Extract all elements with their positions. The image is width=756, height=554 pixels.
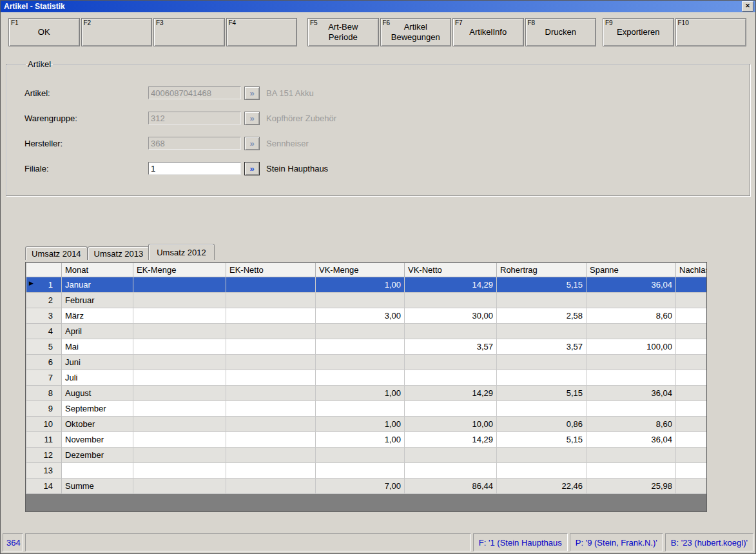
value-cell[interactable] [226,355,316,370]
value-cell[interactable]: 3,57 [405,339,497,355]
value-cell[interactable] [405,293,497,308]
value-cell[interactable] [316,448,405,463]
value-cell[interactable] [497,448,586,463]
value-cell[interactable] [405,401,497,417]
row-number-cell[interactable]: 8 [26,386,62,401]
value-cell[interactable] [316,370,405,386]
artikel-lookup-button[interactable]: » [244,86,260,100]
value-cell[interactable]: 1,00 [316,386,405,401]
row-number-cell[interactable]: ▶1 [26,277,62,293]
month-cell[interactable]: März [62,308,133,324]
value-cell[interactable] [676,355,708,370]
table-row[interactable]: 9September [26,401,708,417]
value-cell[interactable] [133,401,226,417]
row-number-cell[interactable]: 5 [26,339,62,355]
month-cell[interactable]: Mai [62,339,133,355]
row-number-cell[interactable]: 4 [26,324,62,339]
value-cell[interactable] [226,324,316,339]
value-cell[interactable] [497,355,586,370]
value-cell[interactable]: 14,29 [405,277,497,293]
row-number-cell[interactable]: 2 [26,293,62,308]
table-row[interactable]: 6Juni [26,355,708,370]
value-cell[interactable] [133,432,226,448]
value-cell[interactable] [676,324,708,339]
value-cell[interactable] [226,432,316,448]
row-number-cell[interactable]: 10 [26,417,62,432]
value-cell[interactable] [226,370,316,386]
value-cell[interactable] [316,324,405,339]
value-cell[interactable] [133,339,226,355]
row-number-cell[interactable]: 14 [26,479,62,494]
value-cell[interactable] [316,401,405,417]
value-cell[interactable] [133,386,226,401]
value-cell[interactable] [226,277,316,293]
value-cell[interactable]: 13,59 [676,479,708,494]
value-cell[interactable] [133,448,226,463]
toolbar-button-f3[interactable]: F3 [153,18,225,46]
month-cell[interactable] [62,463,133,479]
value-cell[interactable] [133,479,226,494]
row-number-cell[interactable]: 3 [26,308,62,324]
value-cell[interactable]: 10,00 [405,417,497,432]
month-cell[interactable]: Januar [62,277,133,293]
value-cell[interactable]: 86,44 [405,479,497,494]
row-number-cell[interactable]: 6 [26,355,62,370]
value-cell[interactable]: 5,15 [497,277,586,293]
toolbar-button-f1[interactable]: F1OK [8,18,80,46]
value-cell[interactable] [316,463,405,479]
value-cell[interactable] [133,355,226,370]
value-cell[interactable] [497,370,586,386]
value-cell[interactable]: 4,29 [676,417,708,432]
month-cell[interactable]: April [62,324,133,339]
value-cell[interactable]: 5,15 [497,386,586,401]
table-row[interactable]: 8August1,0014,295,1536,04 [26,386,708,401]
value-cell[interactable] [316,293,405,308]
table-row[interactable]: 10Oktober1,0010,000,868,604,29 [26,417,708,432]
value-cell[interactable] [405,370,497,386]
value-cell[interactable] [676,370,708,386]
table-row[interactable]: 13 [26,463,708,479]
tab-umsatz-2012[interactable]: Umsatz 2012 [148,244,215,260]
hersteller-lookup-button[interactable]: » [244,137,260,150]
month-cell[interactable]: Juli [62,370,133,386]
toolbar-button-f2[interactable]: F2 [81,18,153,46]
filiale-input[interactable] [148,162,241,175]
value-cell[interactable] [133,417,226,432]
value-cell[interactable] [226,479,316,494]
month-cell[interactable]: Juni [62,355,133,370]
row-number-cell[interactable]: 7 [26,370,62,386]
row-number-cell[interactable]: 11 [26,432,62,448]
value-cell[interactable] [497,293,586,308]
month-cell[interactable]: Februar [62,293,133,308]
value-cell[interactable]: 36,04 [586,277,676,293]
table-row[interactable]: 2Februar [26,293,708,308]
table-row[interactable]: 12Dezember [26,448,708,463]
value-cell[interactable]: 36,04 [586,386,676,401]
value-cell[interactable] [133,370,226,386]
value-cell[interactable] [226,308,316,324]
month-cell[interactable]: Oktober [62,417,133,432]
value-cell[interactable] [226,339,316,355]
value-cell[interactable] [586,463,676,479]
value-cell[interactable]: 3,57 [497,339,586,355]
table-row[interactable]: ▶1Januar1,0014,295,1536,04 [26,277,708,293]
month-cell[interactable]: Summe [62,479,133,494]
month-cell[interactable]: November [62,432,133,448]
value-cell[interactable] [316,339,405,355]
value-cell[interactable]: 30,00 [405,308,497,324]
row-number-cell[interactable]: 9 [26,401,62,417]
value-cell[interactable] [226,448,316,463]
toolbar-button-f5[interactable]: F5Art-Bew Periode [307,18,379,46]
value-cell[interactable] [676,293,708,308]
value-cell[interactable] [586,370,676,386]
close-icon[interactable]: ✕ [742,1,753,12]
warengruppe-lookup-button[interactable]: » [244,112,260,125]
value-cell[interactable] [405,355,497,370]
value-cell[interactable]: 3,00 [316,308,405,324]
value-cell[interactable] [133,308,226,324]
toolbar-button-f8[interactable]: F8Drucken [525,18,597,46]
value-cell[interactable]: -3,57 [676,339,708,355]
value-cell[interactable] [586,293,676,308]
toolbar-button-f10[interactable]: F10 [675,18,747,46]
value-cell[interactable] [316,355,405,370]
